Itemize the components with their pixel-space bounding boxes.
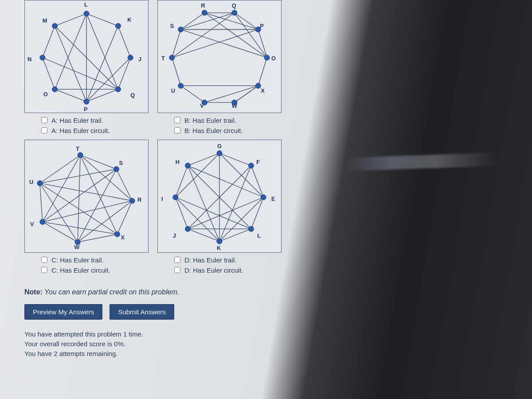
svg-point-44: [114, 167, 119, 172]
svg-text:N: N: [27, 56, 31, 63]
partial-credit-note: Note: You can earn partial credit on thi…: [24, 288, 308, 296]
svg-point-58: [217, 151, 222, 156]
svg-point-43: [78, 153, 83, 158]
page-root: L K J Q P O N M: [0, 0, 532, 399]
svg-text:L: L: [84, 1, 88, 8]
panel-C: T S R X W V U: [24, 140, 149, 276]
svg-text:M: M: [43, 17, 47, 24]
check-label: D: Has Euler trail.: [184, 256, 237, 264]
check-D-trail[interactable]: D: Has Euler trail.: [172, 255, 282, 264]
check-D-circuit[interactable]: D: Has Euler circuit.: [172, 266, 282, 274]
svg-point-28: [255, 27, 261, 32]
svg-text:G: G: [217, 143, 222, 149]
graph-box-B: R Q P O X W V U T S: [157, 0, 282, 113]
check-label: D: Has Euler circuit.: [184, 266, 243, 274]
checkbox-D-trail[interactable]: [174, 257, 180, 263]
svg-point-65: [185, 163, 191, 168]
svg-text:K: K: [127, 16, 132, 23]
svg-point-45: [129, 198, 135, 203]
svg-text:K: K: [217, 245, 221, 251]
checkbox-A-circuit[interactable]: [41, 127, 47, 133]
checkbox-C-trail[interactable]: [41, 257, 47, 263]
svg-text:J: J: [173, 232, 176, 239]
svg-text:E: E: [271, 196, 275, 202]
check-C-circuit[interactable]: C: Has Euler circuit.: [39, 266, 149, 274]
svg-point-35: [178, 27, 184, 32]
svg-point-62: [217, 239, 222, 244]
svg-text:O: O: [43, 91, 48, 98]
note-rest: You can earn partial credit on this prob…: [43, 288, 179, 296]
submit-button[interactable]: Submit Answers: [110, 304, 174, 320]
checkbox-D-circuit[interactable]: [174, 267, 180, 273]
graph-grid: L K J Q P O N M: [24, 0, 308, 276]
svg-text:O: O: [271, 55, 276, 62]
status-attempts: You have attempted this problem 1 time.: [24, 329, 308, 339]
svg-point-61: [248, 226, 254, 231]
svg-point-59: [248, 163, 254, 168]
check-label: B: Has Euler circuit.: [184, 127, 243, 134]
svg-point-15: [52, 23, 58, 29]
checks-C: C: Has Euler trail. C: Has Euler circuit…: [24, 255, 149, 274]
glare-decoration: [346, 153, 497, 171]
graph-box-D: G F E L K J I H: [157, 140, 282, 253]
svg-text:S: S: [119, 160, 123, 166]
svg-text:R: R: [201, 2, 205, 9]
check-label: C: Has Euler trail.: [51, 256, 104, 264]
status-score: Your overall recorded score is 0%.: [24, 339, 308, 349]
svg-point-8: [84, 11, 89, 16]
svg-point-29: [264, 55, 270, 60]
svg-point-63: [185, 226, 191, 231]
checks-B: B: Has Euler trail. B: Has Euler circuit…: [157, 116, 282, 135]
svg-text:V: V: [30, 221, 34, 227]
svg-text:J: J: [138, 56, 141, 63]
svg-point-9: [115, 23, 121, 29]
svg-text:I: I: [161, 196, 163, 202]
panel-B: R Q P O X W V U T S: [157, 0, 282, 136]
graph-box-C: T S R X W V U: [24, 140, 149, 253]
svg-text:X: X: [261, 87, 265, 94]
svg-point-48: [40, 219, 45, 225]
svg-point-46: [114, 231, 120, 237]
check-C-trail[interactable]: C: Has Euler trail.: [39, 255, 149, 264]
note-bold: Note:: [24, 288, 43, 296]
checkbox-A-trail[interactable]: [41, 117, 47, 123]
button-row: Preview My Answers Submit Answers: [24, 304, 308, 320]
check-label: A: Has Euler circuit.: [51, 127, 110, 134]
svg-text:U: U: [171, 87, 175, 94]
svg-text:X: X: [121, 234, 125, 241]
svg-point-14: [40, 55, 45, 60]
svg-point-49: [37, 180, 43, 186]
problem-content: L K J Q P O N M: [24, 0, 308, 358]
svg-text:T: T: [76, 145, 79, 152]
svg-text:Q: Q: [232, 2, 236, 9]
check-B-trail[interactable]: B: Has Euler trail.: [172, 116, 282, 125]
svg-text:L: L: [257, 232, 261, 239]
svg-text:F: F: [256, 159, 260, 165]
check-A-trail[interactable]: A: Has Euler trail.: [39, 116, 149, 125]
svg-point-47: [75, 239, 80, 245]
svg-point-64: [173, 195, 178, 200]
svg-text:H: H: [176, 159, 180, 165]
checkbox-B-trail[interactable]: [174, 117, 180, 123]
graph-box-A: L K J Q P O N M: [24, 0, 149, 113]
check-A-circuit[interactable]: A: Has Euler circuit.: [39, 126, 149, 135]
svg-text:S: S: [170, 23, 174, 29]
svg-point-34: [169, 55, 175, 60]
svg-point-32: [202, 100, 207, 105]
checks-A: A: Has Euler trail. A: Has Euler circuit…: [24, 116, 149, 135]
svg-point-27: [232, 10, 237, 16]
svg-point-11: [115, 86, 121, 92]
checkbox-B-circuit[interactable]: [174, 127, 180, 133]
check-B-circuit[interactable]: B: Has Euler circuit.: [172, 126, 282, 135]
svg-point-60: [261, 195, 266, 200]
svg-text:U: U: [29, 179, 33, 185]
status-remaining: You have 2 attempts remaining.: [24, 349, 308, 359]
checkbox-C-circuit[interactable]: [41, 267, 47, 273]
svg-text:T: T: [161, 55, 165, 62]
svg-text:Q: Q: [130, 92, 135, 98]
preview-button[interactable]: Preview My Answers: [24, 304, 102, 320]
svg-point-10: [128, 55, 133, 60]
panel-D: G F E L K J I H: [157, 140, 282, 276]
panel-A: L K J Q P O N M: [24, 0, 149, 136]
checks-D: D: Has Euler trail. D: Has Euler circuit…: [157, 255, 282, 274]
